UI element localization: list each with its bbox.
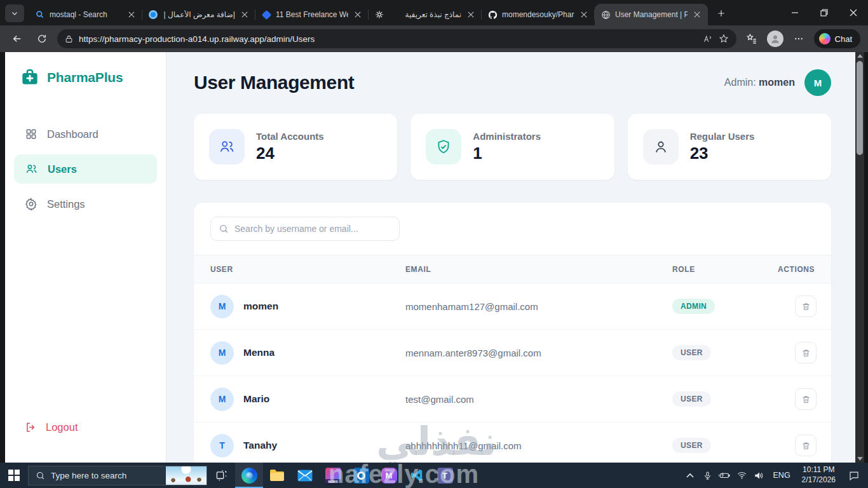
delete-user-button[interactable] — [795, 435, 817, 456]
tab-github-repo[interactable]: momendesouky/Pharma — [482, 4, 595, 25]
taskbar-search[interactable]: Type here to search — [28, 466, 207, 485]
favorite-star-icon[interactable] — [719, 34, 729, 44]
battery-icon[interactable] — [716, 463, 733, 488]
read-aloud-icon[interactable] — [702, 34, 713, 44]
sidebar-item-dashboard[interactable]: Dashboard — [14, 119, 157, 149]
scroll-down-arrow[interactable] — [855, 455, 864, 463]
taskbar-edge-button[interactable] — [235, 463, 263, 488]
logout-button[interactable]: Logout — [5, 421, 166, 463]
stat-label: Total Accounts — [256, 131, 324, 142]
sidebar-item-users[interactable]: Users — [14, 154, 157, 184]
tab-title: mostaql - Search — [50, 10, 122, 19]
copilot-chat-button[interactable]: Chat — [814, 29, 860, 48]
stat-card-regular-users: Regular Users 23 — [628, 114, 831, 180]
dashboard-grid-icon — [25, 128, 37, 140]
m365-copilot-icon: M365 — [325, 468, 341, 484]
restore-button[interactable] — [810, 0, 839, 25]
search-icon — [36, 471, 45, 480]
minimize-button[interactable] — [780, 0, 810, 25]
task-view-button[interactable] — [207, 463, 235, 488]
start-button[interactable] — [0, 463, 28, 488]
github-favicon-icon — [487, 10, 498, 20]
tab-freelance-article[interactable]: 11 Best Freelance Web D — [255, 4, 369, 25]
favorites-list-icon[interactable] — [742, 29, 761, 48]
file-explorer-icon — [269, 468, 285, 484]
tab-close-icon[interactable] — [240, 10, 250, 20]
scrollbar-thumb[interactable] — [857, 61, 863, 155]
m365-label: M365 — [325, 479, 341, 484]
teams-icon: T — [437, 468, 453, 484]
tab-chatgpt[interactable]: نماذج نبذة تعريفية — [369, 4, 482, 25]
search-favicon-icon — [35, 10, 45, 20]
plus-icon — [717, 9, 726, 18]
admin-name: momen — [759, 77, 795, 88]
search-highlight-image[interactable] — [166, 466, 207, 485]
user-name: momen — [243, 301, 278, 312]
tab-title: 11 Best Freelance Web D — [276, 10, 348, 19]
action-center-icon[interactable] — [841, 463, 867, 488]
tab-close-icon[interactable] — [353, 10, 363, 20]
settings-menu-icon[interactable] — [789, 29, 808, 48]
tray-expand-icon[interactable] — [682, 463, 699, 488]
wifi-icon[interactable] — [733, 463, 750, 488]
taskbar-vscode-button[interactable] — [403, 463, 431, 488]
delete-user-button[interactable] — [795, 342, 817, 363]
taskbar-outlook-button[interactable] — [347, 463, 375, 488]
microphone-icon[interactable] — [699, 463, 716, 488]
new-tab-button[interactable] — [712, 4, 731, 23]
stat-value: 24 — [256, 144, 324, 163]
back-button[interactable] — [8, 29, 27, 48]
tab-close-icon[interactable] — [126, 10, 137, 20]
column-header-actions: ACTIONS — [778, 265, 815, 274]
page-content: PharmaPlus Dashboard Users Settings Lo — [0, 52, 868, 463]
stat-card-administrators: Administrators 1 — [410, 114, 614, 180]
taskbar-teams-button[interactable]: T — [431, 463, 459, 488]
url-text[interactable]: https://pharmacy-production-a014.up.rail… — [79, 34, 696, 44]
taskbar-mail-button[interactable] — [291, 463, 319, 488]
tab-close-icon[interactable] — [579, 10, 589, 20]
user-email: test@gmail.com — [405, 394, 672, 405]
tab-close-icon[interactable] — [466, 10, 476, 20]
role-badge: USER — [672, 391, 711, 407]
users-table-card: USER EMAIL ROLE ACTIONS M momen momenham… — [194, 203, 831, 463]
user-email: mennam.anter8973@gmail.com — [405, 348, 672, 358]
address-bar[interactable]: https://pharmacy-production-a014.up.rail… — [57, 29, 736, 48]
user-search[interactable] — [210, 217, 400, 241]
taskbar-m365-copilot-button[interactable]: M365 — [319, 463, 347, 488]
column-header-email: EMAIL — [405, 265, 672, 274]
openai-favicon-icon — [374, 10, 384, 20]
admin-avatar[interactable]: M — [804, 69, 831, 96]
refresh-button[interactable] — [32, 29, 51, 48]
search-input[interactable] — [234, 224, 391, 234]
language-indicator[interactable]: ENG — [768, 471, 796, 480]
browser-profile-avatar[interactable] — [767, 30, 783, 47]
page-title: User Management — [194, 72, 354, 93]
taskbar-file-explorer-button[interactable] — [263, 463, 291, 488]
mostaql-favicon-icon — [148, 10, 158, 20]
gear-icon — [25, 198, 37, 210]
role-badge: USER — [672, 438, 711, 453]
user-avatar: M — [210, 388, 234, 411]
stat-label: Administrators — [473, 131, 541, 142]
delete-user-button[interactable] — [795, 388, 817, 410]
taskbar-clock[interactable]: 10:11 PM 2/17/2026 — [796, 465, 841, 485]
sidebar-item-settings[interactable]: Settings — [14, 189, 157, 219]
delete-user-button[interactable] — [795, 295, 817, 317]
tab-mostaql-portfolio[interactable]: إضافة معرض الأعمال | مس — [142, 4, 255, 25]
tab-close-icon[interactable] — [692, 10, 702, 20]
lock-icon[interactable] — [65, 35, 73, 43]
taskbar-office-app-button[interactable]: M — [375, 463, 403, 488]
tab-strip: mostaql - Search إضافة معرض الأعمال | مس… — [0, 0, 868, 25]
search-icon — [219, 224, 229, 234]
tab-mostaql-search[interactable]: mostaql - Search — [29, 4, 142, 25]
tab-title: نماذج نبذة تعريفية — [389, 10, 461, 19]
page-scrollbar[interactable] — [855, 52, 864, 463]
volume-icon[interactable] — [750, 463, 768, 488]
column-header-user: USER — [210, 265, 405, 274]
tab-actions-menu-button[interactable] — [5, 4, 24, 22]
close-window-button[interactable] — [839, 0, 868, 25]
tab-user-management-active[interactable]: User Management | Pha — [595, 4, 708, 25]
administrators-shield-icon — [426, 129, 461, 165]
scroll-up-arrow[interactable] — [855, 52, 864, 60]
user-name: Menna — [243, 347, 275, 358]
